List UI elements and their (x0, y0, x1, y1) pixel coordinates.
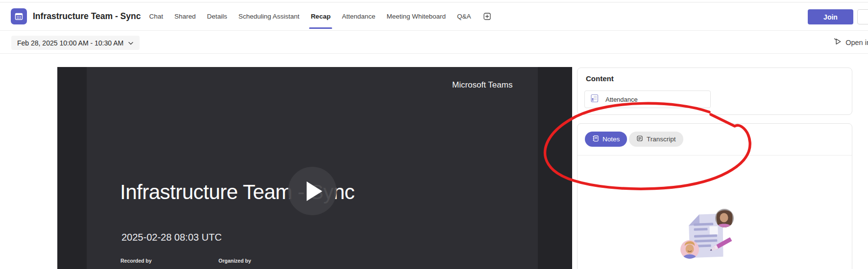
video-watermark: Microsoft Teams (452, 80, 512, 90)
transcript-tab-button[interactable]: Transcript (629, 132, 683, 147)
video-timestamp: 2025-02-28 08:03 UTC (121, 232, 222, 243)
date-range-dropdown[interactable]: Feb 28, 2025 10:00 AM - 10:30 AM (11, 36, 140, 50)
open-in-icon (833, 37, 842, 47)
notes-icon (592, 135, 599, 143)
join-button[interactable]: Join (808, 9, 853, 24)
recording-video-player[interactable]: Microsoft Teams Infrastructure Team - Sy… (57, 67, 572, 269)
organized-by-label: Organized by (218, 258, 251, 264)
teams-calendar-icon (11, 8, 27, 24)
meeting-recap-page: Infrastructure Team - Sync Chat Shared D… (0, 0, 868, 269)
transcript-icon (636, 135, 643, 143)
play-icon (307, 181, 322, 201)
meeting-tabs: Chat Shared Details Scheduling Assistant… (149, 2, 491, 30)
attendance-content-item[interactable]: Attendance (584, 90, 711, 108)
attendance-item-label: Attendance (605, 96, 638, 103)
tab-scheduling-assistant[interactable]: Scheduling Assistant (239, 2, 300, 30)
tab-details[interactable]: Details (207, 2, 227, 30)
header-overflow-button[interactable] (857, 9, 868, 24)
notes-tab-label: Notes (603, 135, 620, 143)
tab-qa[interactable]: Q&A (457, 2, 471, 30)
add-tab-icon[interactable] (483, 12, 491, 21)
video-right-rail (538, 67, 572, 269)
tab-recap[interactable]: Recap (311, 2, 331, 30)
content-card-title: Content (586, 74, 614, 83)
tab-chat[interactable]: Chat (149, 2, 163, 30)
attendance-file-icon (590, 94, 600, 105)
page-title: Infrastructure Team - Sync (33, 11, 141, 22)
card-divider (578, 155, 852, 156)
open-in-button[interactable]: Open in (833, 37, 868, 47)
chevron-down-icon (128, 39, 134, 47)
tab-meeting-whiteboard[interactable]: Meeting Whiteboard (386, 2, 446, 30)
open-in-label: Open in (845, 39, 868, 46)
transcript-tab-label: Transcript (647, 135, 676, 143)
tab-attendance[interactable]: Attendance (342, 2, 375, 30)
notes-empty-illustration (679, 207, 738, 264)
recorded-by-label: Recorded by (121, 258, 152, 264)
occurrence-bar: Feb 28, 2025 10:00 AM - 10:30 AM Open in (0, 31, 868, 54)
notes-card: Notes Transcript (577, 123, 852, 269)
tab-shared[interactable]: Shared (174, 2, 196, 30)
meeting-header-bar: Infrastructure Team - Sync Chat Shared D… (0, 2, 868, 31)
content-card: Content Attendance (577, 67, 852, 115)
date-range-label: Feb 28, 2025 10:00 AM - 10:30 AM (17, 39, 123, 47)
play-button[interactable] (288, 167, 337, 215)
video-left-rail (57, 67, 87, 269)
notes-tab-button[interactable]: Notes (585, 132, 627, 147)
